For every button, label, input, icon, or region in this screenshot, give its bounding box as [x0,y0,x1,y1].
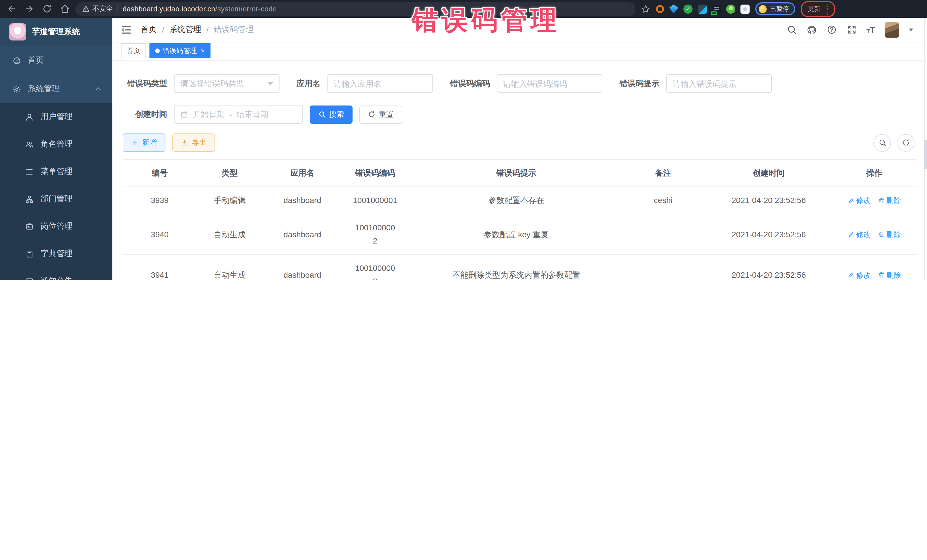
chevron-up-icon [95,87,101,93]
table-row: 3940自动生成dashboard1001000002参数配置 key 重复20… [123,214,917,255]
user-avatar[interactable] [885,22,899,37]
delete-link[interactable]: 删除 [878,268,901,280]
sidebar-item-menus[interactable]: 菜单管理 [0,158,112,185]
security-label: 不安全 [93,4,113,14]
error-hint-input[interactable] [666,74,772,93]
bookmark-star-icon[interactable] [641,4,650,14]
filter-error-hint: 错误码提示 [620,74,772,93]
delete-link[interactable]: 删除 [878,194,901,207]
scrollbar-thumb[interactable] [924,140,927,169]
fullscreen-icon[interactable] [846,24,857,35]
back-icon[interactable] [7,4,17,14]
breadcrumb-separator: / [162,25,164,34]
sidebar-item-announcements[interactable]: 通知公告 [0,267,112,280]
browser-update-button[interactable]: 更新 ⋮⋮ [801,1,835,17]
app-name-input[interactable] [327,74,433,93]
cell-time: 2021-04-20 23:52:56 [702,187,836,214]
app-title: 芋道管理系统 [32,27,80,37]
hamburger-icon[interactable] [121,24,132,35]
cell-actions: 修改删除 [836,187,913,214]
extension-orange-target-icon[interactable] [656,5,664,13]
tab-close-icon[interactable]: × [201,47,205,54]
edit-link[interactable]: 修改 [847,268,871,280]
refresh-table-button[interactable] [897,134,915,152]
forward-icon[interactable] [24,4,34,14]
table-row: 3939手动编辑dashboard1001000001参数配置不存在ceshi2… [123,187,917,214]
filter-app-name: 应用名 [296,74,433,93]
error-code-input[interactable] [497,74,602,93]
main-area: 首页 / 系统管理 / 错误码管理 TT [112,18,927,280]
start-date-placeholder: 开始日期 [193,109,225,120]
dashboard-icon [12,56,21,65]
warning-triangle-icon [82,5,90,12]
announcement-icon [25,277,33,280]
calendar-icon [180,110,188,118]
extension-dark-list-icon[interactable]: on [712,4,721,14]
edit-link[interactable]: 修改 [847,194,871,207]
header-code: 错误码编码 [342,160,408,187]
sidebar-item-roles[interactable]: 角色管理 [0,131,112,158]
sidebar-item-label: 岗位管理 [41,221,104,232]
export-button[interactable]: 导出 [172,134,215,152]
badge-icon [25,222,33,231]
page-scrollbar[interactable] [924,18,927,280]
header-search-icon[interactable] [786,24,797,35]
browser-profile-badge[interactable]: 已暂停 [755,2,795,15]
app-frame: 芋道管理系统 首页系统管理用户管理角色管理菜单管理部门管理岗位管理字典管理通知公… [0,18,927,280]
table-row: 3941自动生成dashboard1001000003不能删除类型为系统内置的参… [123,255,917,280]
navbar-actions: TT [786,22,913,37]
edit-link[interactable]: 修改 [847,228,871,241]
sidebar-item-home[interactable]: 首页 [0,46,112,75]
filter-row-2: 创建时间 开始日期 - 结束日期 搜索 [123,105,917,124]
date-range-picker[interactable]: 开始日期 - 结束日期 [174,105,303,124]
search-button[interactable]: 搜索 [310,105,353,123]
sidebar-item-label: 角色管理 [41,139,104,149]
sidebar-item-posts[interactable]: 岗位管理 [0,213,112,240]
add-button[interactable]: 新增 [123,134,166,152]
github-icon[interactable] [806,24,817,35]
toggle-search-button[interactable] [873,134,891,152]
extensions-puzzle-icon[interactable] [740,4,749,14]
users-icon [25,140,33,149]
annotation-title: 错误码管理 [412,3,560,38]
sidebar-item-label: 部门管理 [41,194,104,204]
sidebar-item-departments[interactable]: 部门管理 [0,185,112,213]
reload-icon[interactable] [42,4,52,14]
delete-link[interactable]: 删除 [878,228,901,241]
dictionary-icon [25,249,33,258]
cell-actions: 修改删除 [836,261,913,280]
sidebar-item-dictionary[interactable]: 字典管理 [0,240,112,267]
breadcrumb-home[interactable]: 首页 [141,24,157,35]
extension-blue-gem-icon[interactable] [669,4,678,14]
font-size-icon[interactable]: TT [866,25,875,34]
reset-button[interactable]: 重置 [359,105,402,123]
header-app: 应用名 [263,160,342,187]
sidebar-item-users[interactable]: 用户管理 [0,103,112,131]
browser-menu-icon[interactable]: ⋮⋮ [824,3,831,15]
table-toolbar: 新增 导出 [123,134,917,152]
extension-green-check-icon[interactable]: ✓ [684,4,693,14]
sidebar-item-system[interactable]: 系统管理 [0,75,112,103]
logo-avatar [9,23,26,41]
cell-id: 3939 [123,187,197,214]
header-type: 类型 [197,160,263,187]
sidebar-logo[interactable]: 芋道管理系统 [0,18,112,46]
extension-green-pin-icon[interactable] [726,4,736,14]
user-menu-caret-icon[interactable] [909,28,913,31]
active-tab-dot [155,49,160,53]
error-type-select[interactable]: 请选择错误码类型 [174,74,280,93]
tab-error-code[interactable]: 错误码管理 × [149,43,211,58]
tab-home[interactable]: 首页 [121,43,146,58]
breadcrumb-system[interactable]: 系统管理 [169,24,201,35]
cell-time: 2021-04-20 23:52:56 [702,261,836,280]
security-warning[interactable]: 不安全 [82,4,113,14]
gear-icon [12,85,21,93]
help-icon[interactable] [826,24,837,35]
table-header: 编号 类型 应用名 错误码编码 错误码提示 备注 创建时间 操作 [123,160,917,187]
cell-time: 2021-04-20 23:52:56 [702,221,836,248]
sidebar-item-label: 通知公告 [41,276,104,280]
sidebar-menu: 首页系统管理用户管理角色管理菜单管理部门管理岗位管理字典管理通知公告审计日志在线… [0,46,112,280]
home-icon[interactable] [60,4,70,14]
header-time: 创建时间 [702,160,836,187]
extension-blue-grid-icon[interactable] [698,4,707,14]
